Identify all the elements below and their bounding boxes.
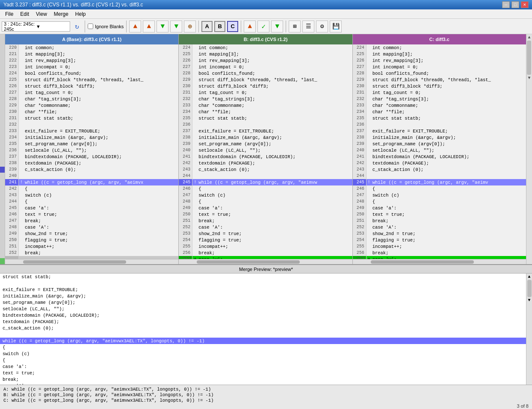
line-number: 238 (5, 160, 19, 166)
menu-help[interactable]: Help (72, 9, 89, 18)
panel-b-hscroll[interactable] (179, 259, 352, 264)
merge-line: text = true; (0, 370, 526, 376)
view-toggle-button[interactable]: ⊞ (289, 21, 301, 32)
line-number: 224 (179, 44, 192, 51)
merge-line: { (0, 357, 526, 363)
panel-a-hscroll[interactable] (5, 259, 178, 264)
line-code: bindtextdomain (PACKAGE, LOCALEDIR); (198, 154, 352, 159)
line-code: break; (24, 218, 178, 224)
merge-line: while ((c = getopt_long (argc, argv, "ae… (0, 338, 526, 344)
prev-nav-button[interactable]: ▲ (244, 21, 256, 32)
options-button[interactable]: ⚙ (316, 21, 328, 32)
line-row: 245! while ((c = getopt_long (argc, argv… (179, 179, 352, 185)
panel-a-content[interactable]: 220 int common;221 int mapping[3];222 in… (5, 44, 178, 259)
next-change-button[interactable]: ▼ (157, 21, 168, 32)
line-code: char *commonname; (24, 103, 178, 108)
line-marker (192, 205, 198, 211)
close-button[interactable]: ✕ (521, 1, 529, 8)
line-number: 250 (353, 211, 366, 218)
line-number: 249 (179, 205, 192, 211)
merge-line: struct stat statb; (0, 274, 526, 280)
line-code: int tag_count = 0; (372, 90, 526, 95)
line-marker (192, 230, 198, 237)
accept-button[interactable]: ✓ (257, 21, 269, 32)
line-code: struct diff3_block *diff3; (198, 84, 352, 89)
line-marker (366, 185, 372, 192)
line-number: 254 (353, 237, 366, 243)
line-number: 237 (179, 128, 192, 134)
next-diff-button[interactable]: ▼ (170, 21, 182, 32)
line-code: set_program_name (argv[0]); (372, 141, 526, 147)
menu-file[interactable]: File (2, 9, 17, 18)
line-number: 248 (353, 198, 366, 205)
line-marker (19, 205, 24, 211)
line-marker (19, 64, 24, 70)
panel-b-lines: 224 int common;225 int mapping[3];226 in… (179, 44, 352, 259)
minimize-button[interactable]: ─ (502, 1, 510, 8)
merge-line (0, 280, 526, 286)
panel-c-hscroll[interactable] (353, 259, 526, 264)
merge-vscroll[interactable]: ▲ ▼ (526, 274, 532, 385)
line-row: 244 (353, 173, 526, 179)
menu-edit[interactable]: Edit (17, 9, 33, 18)
line-code: flagging = true; (372, 238, 526, 243)
line-marker (192, 109, 198, 115)
titlebar-controls: ─ □ ✕ (502, 1, 529, 8)
line-code: char *commonname; (198, 103, 352, 108)
panel-c-button[interactable]: C (227, 21, 238, 32)
merge-content[interactable]: struct stat statb; exit_failure = EXIT_T… (0, 274, 526, 385)
panel-b-hscroll-thumb (197, 260, 300, 264)
panel-b-button[interactable]: B (214, 21, 225, 32)
line-marker (366, 147, 372, 153)
line-number: 247 (179, 192, 192, 198)
merge-vscroll-down[interactable]: ▼ (528, 298, 530, 303)
ignore-blanks-checkbox[interactable] (88, 24, 93, 29)
line-marker (19, 250, 24, 256)
merge-line (0, 331, 526, 338)
line-number: 233 (179, 102, 192, 109)
statusbar: A: while ((c = getopt_long (argc, argv, … (0, 385, 532, 409)
line-marker (19, 128, 24, 134)
menu-view[interactable]: View (33, 9, 50, 18)
line-number: 247 (5, 218, 19, 224)
maximize-button[interactable]: □ (511, 1, 519, 8)
line-marker (366, 121, 372, 128)
vscroll-up-arrow[interactable]: ▲ (528, 35, 530, 40)
merge-vscroll-up[interactable]: ▲ (528, 274, 530, 279)
vscroll-down-arrow[interactable]: ▼ (528, 76, 530, 80)
line-row: 242 { (5, 185, 178, 192)
line-code: textdomain (PACKAGE); (24, 161, 178, 166)
ignore-blanks-label[interactable]: Ignore Blanks (88, 24, 124, 29)
vscroll-thumb[interactable] (527, 41, 531, 75)
menu-merge[interactable]: Merge (50, 9, 72, 18)
line-code: { (198, 199, 352, 204)
line-row: 227 int incompat = 0; (353, 64, 526, 70)
list-view-button[interactable]: ☰ (302, 21, 314, 32)
line-code: struct diff3_block *diff3; (372, 84, 526, 89)
prev-change-button[interactable]: ▲ (143, 21, 155, 32)
diff-selector[interactable]: 3 : 241c: 245c: 245c ▼ (2, 21, 70, 32)
next-nav-button[interactable]: ▼ (271, 21, 283, 32)
merge-vscroll-thumb[interactable] (527, 280, 532, 297)
line-row: 255 incompat++; (353, 243, 526, 250)
line-number: 226 (5, 83, 19, 89)
diff-vscroll[interactable]: ▲ ▼ (526, 34, 532, 264)
refresh-button[interactable]: ↻ (72, 21, 82, 32)
prev-diff-button[interactable]: ▲ (129, 21, 141, 32)
save-button[interactable]: 💾 (330, 21, 342, 32)
line-code: c_stack_action (0); (24, 167, 178, 172)
panel-a-button[interactable]: A (201, 21, 213, 32)
line-marker (366, 230, 372, 237)
panel-b-content[interactable]: 224 int common;225 int mapping[3];226 in… (179, 44, 352, 259)
diff-panel-b: B: diff3.c (CVS r1.2) 224 int common;225… (179, 34, 352, 264)
line-code: char *tag_strings[3]; (198, 97, 352, 102)
line-marker (192, 96, 198, 102)
line-number: 229 (179, 77, 192, 83)
merge-button[interactable]: ⊕ (184, 21, 196, 32)
panel-c-content[interactable]: 224 int common;225 int mapping[3];226 in… (353, 44, 526, 259)
line-row: 253 show_2nd = true; (179, 230, 352, 237)
line-marker (192, 44, 198, 51)
line-marker: ! (19, 179, 24, 185)
line-code: exit_failure = EXIT_TROUBLE; (372, 129, 526, 134)
line-row: 236 setlocale (LC_ALL, ""); (5, 147, 178, 153)
